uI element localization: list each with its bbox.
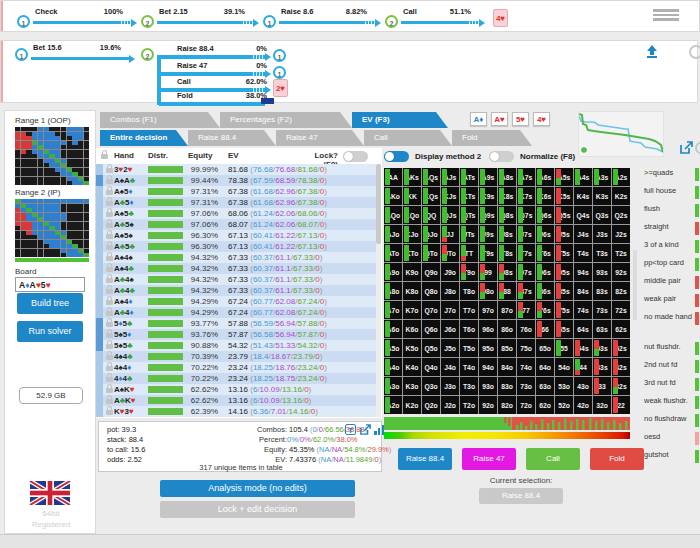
- row-select-indicator[interactable]: [96, 307, 103, 318]
- matrix-cell-97s[interactable]: 97s: [517, 263, 535, 281]
- matrix-cell-A2o[interactable]: A2o: [384, 396, 402, 414]
- table-row[interactable]: A♣4♦94.29%67.24 (60.77/62.08/67.24/0): [96, 307, 376, 318]
- matrix-cell-99[interactable]: 99: [479, 263, 497, 281]
- matrix-cell-T7o[interactable]: T7o: [460, 301, 478, 319]
- row-select-indicator[interactable]: [96, 340, 103, 351]
- tree-edge[interactable]: Raise 8.68.82%: [279, 7, 383, 27]
- matrix-cell-93s[interactable]: 93s: [593, 263, 611, 281]
- table-row[interactable]: A♣5♠97.06%68.07 (61.24/62.06/68.07/0): [96, 219, 376, 230]
- matrix-cell-54s[interactable]: 54s: [574, 339, 592, 357]
- row-select-indicator[interactable]: [96, 384, 103, 395]
- matrix-cell-72o[interactable]: 72o: [517, 396, 535, 414]
- tree-node[interactable]: 2: [141, 15, 154, 28]
- matrix-cell-A9s[interactable]: A9s: [479, 168, 497, 186]
- matrix-cell-A8s[interactable]: A8s: [498, 168, 516, 186]
- tree-branch-label[interactable]: Raise 88.4: [177, 44, 214, 53]
- matrix-cell-84s[interactable]: 84s: [574, 282, 592, 300]
- table-row[interactable]: A♠4♦94.29%67.24 (60.77/62.08/67.24/0): [96, 296, 376, 307]
- matrix-cell-T4s[interactable]: T4s: [574, 244, 592, 262]
- matrix-cell-64s[interactable]: 64s: [574, 320, 592, 338]
- matrix-cell-KJo[interactable]: KJo: [403, 225, 421, 243]
- matrix-cell-Q7s[interactable]: Q7s: [517, 206, 535, 224]
- matrix-cell-T6s[interactable]: T6s: [536, 244, 554, 262]
- matrix-scrollbar[interactable]: [633, 250, 637, 320]
- matrix-cell-J5s[interactable]: J5s: [555, 225, 573, 243]
- action-button-raise-47[interactable]: Raise 47: [462, 448, 516, 470]
- matrix-cell-J6o[interactable]: J6o: [441, 320, 459, 338]
- matrix-cell-74o[interactable]: 74o: [517, 358, 535, 376]
- matrix-cell-73s[interactable]: 73s: [593, 301, 611, 319]
- matrix-cell-53s[interactable]: 53s: [593, 339, 611, 357]
- table-row[interactable]: 5♠5♦93.76%57.87 (56.58/56.94/57.87/0): [96, 329, 376, 340]
- matrix-cell-QQ[interactable]: QQ: [422, 206, 440, 224]
- build-tree-button[interactable]: Build tree: [17, 293, 83, 314]
- matrix-cell-T3o[interactable]: T3o: [460, 377, 478, 395]
- row-select-indicator[interactable]: [96, 230, 103, 241]
- matrix-cell-ATs[interactable]: ATs: [460, 168, 478, 186]
- matrix-cell-A6s[interactable]: A6s: [536, 168, 554, 186]
- matrix-cell-AJs[interactable]: AJs: [441, 168, 459, 186]
- tree-edge[interactable]: Bet 15.619.6%: [31, 43, 137, 63]
- matrix-cell-QJo[interactable]: QJo: [422, 225, 440, 243]
- matrix-cell-J9o[interactable]: J9o: [441, 263, 459, 281]
- matrix-cell-98s[interactable]: 98s: [498, 263, 516, 281]
- matrix-cell-AKs[interactable]: AKs: [403, 168, 421, 186]
- matrix-cell-85s[interactable]: 85s: [555, 282, 573, 300]
- category-no-flushdraw[interactable]: no flushdraw: [644, 414, 700, 428]
- matrix-cell-AQo[interactable]: AQo: [384, 206, 402, 224]
- matrix-cell-T5s[interactable]: T5s: [555, 244, 573, 262]
- matrix-cell-73o[interactable]: 73o: [517, 377, 535, 395]
- matrix-cell-52o[interactable]: 52o: [555, 396, 573, 414]
- matrix-cell-K2o[interactable]: K2o: [403, 396, 421, 414]
- matrix-cell-Q4s[interactable]: Q4s: [574, 206, 592, 224]
- current-selection-value[interactable]: Raise 88.4: [479, 488, 563, 504]
- row-select-indicator[interactable]: [96, 219, 103, 230]
- matrix-cell-75o[interactable]: 75o: [517, 339, 535, 357]
- tree-edge[interactable]: Call51.1%: [401, 7, 487, 27]
- tree-node[interactable]: 1: [17, 15, 30, 28]
- matrix-cell-K7o[interactable]: K7o: [403, 301, 421, 319]
- table-row[interactable]: A♠5♠96.30%67.13 (60.41/61.22/67.13/0): [96, 230, 376, 241]
- matrix-cell-JJ[interactable]: JJ: [441, 225, 459, 243]
- matrix-cell-JTs[interactable]: JTs: [460, 225, 478, 243]
- matrix-cell-54o[interactable]: 54o: [555, 358, 573, 376]
- category--quads[interactable]: >=quads: [644, 168, 700, 182]
- tab-combos-f1-[interactable]: Combos (F1): [100, 112, 220, 128]
- matrix-cell-KTs[interactable]: KTs: [460, 187, 478, 205]
- matrix-cell-QTo[interactable]: QTo: [422, 244, 440, 262]
- matrix-cell-KTo[interactable]: KTo: [403, 244, 421, 262]
- matrix-cell-T7s[interactable]: T7s: [517, 244, 535, 262]
- matrix-cell-33[interactable]: 33: [593, 377, 611, 395]
- matrix-cell-KQo[interactable]: KQo: [403, 206, 421, 224]
- table-row[interactable]: A♣5♦97.31%67.38 (61.68/62.96/67.38/0): [96, 197, 376, 208]
- category-3-of-a-kind[interactable]: 3 of a kind: [644, 240, 700, 254]
- table-row[interactable]: A♠K♥62.62%13.16 (6/10.09/13.16/0): [96, 384, 376, 395]
- matrix-cell-J4o[interactable]: J4o: [441, 358, 459, 376]
- matrix-cell-J8o[interactable]: J8o: [441, 282, 459, 300]
- row-select-indicator[interactable]: [96, 252, 103, 263]
- matrix-cell-J7s[interactable]: J7s: [517, 225, 535, 243]
- matrix-cell-83o[interactable]: 83o: [498, 377, 516, 395]
- matrix-cell-65o[interactable]: 65o: [536, 339, 554, 357]
- matrix-cell-T9o[interactable]: T9o: [460, 263, 478, 281]
- analysis-mode-button[interactable]: Analysis mode (no edits): [160, 480, 355, 497]
- action-button-fold[interactable]: Fold: [590, 448, 644, 470]
- matrix-cell-92s[interactable]: 92s: [612, 263, 630, 281]
- matrix-cell-Q7o[interactable]: Q7o: [422, 301, 440, 319]
- matrix-cell-82o[interactable]: 82o: [498, 396, 516, 414]
- matrix-cell-Q8s[interactable]: Q8s: [498, 206, 516, 224]
- menu-icon[interactable]: [653, 9, 679, 23]
- matrix-cell-K8s[interactable]: K8s: [498, 187, 516, 205]
- matrix-cell-A5o[interactable]: A5o: [384, 339, 402, 357]
- matrix-cell-KQs[interactable]: KQs: [422, 187, 440, 205]
- matrix-cell-Q5o[interactable]: Q5o: [422, 339, 440, 357]
- matrix-cell-A5s[interactable]: A5s: [555, 168, 573, 186]
- matrix-cell-32o[interactable]: 32o: [593, 396, 611, 414]
- row-select-indicator[interactable]: [96, 208, 103, 219]
- table-row[interactable]: A♣4♣94.32%67.33 (60.37/61.1/67.33/0): [96, 285, 376, 296]
- table-row[interactable]: A♠4♣94.32%67.33 (60.37/61.1/67.33/0): [96, 263, 376, 274]
- table-row[interactable]: 5♦5♣93.77%57.88 (56.59/56.94/57.88/0): [96, 318, 376, 329]
- matrix-cell-95s[interactable]: 95s: [555, 263, 573, 281]
- matrix-cell-62o[interactable]: 62o: [536, 396, 554, 414]
- matrix-cell-A7o[interactable]: A7o: [384, 301, 402, 319]
